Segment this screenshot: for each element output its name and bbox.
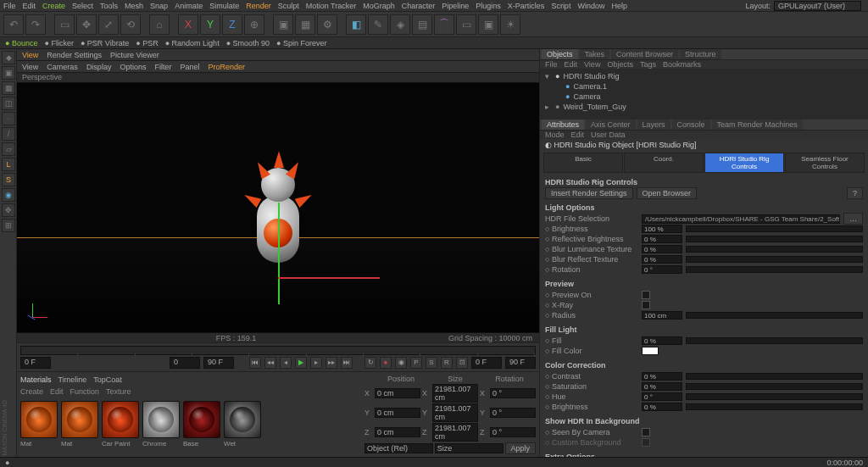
script-smooth90[interactable]: ● Smooth 90 [226, 39, 270, 47]
recent-icon[interactable]: ⌂ [149, 14, 170, 35]
prev-frame-icon[interactable]: ◂ [280, 357, 292, 369]
tab-objects[interactable]: Objects [542, 49, 578, 59]
time-cur[interactable]: 0 [170, 357, 200, 369]
mat-edit[interactable]: Edit [50, 387, 64, 396]
model-mode-icon[interactable]: ◆ [2, 51, 15, 64]
script-psrvibrate[interactable]: ● PSR Vibrate [81, 39, 129, 47]
coord-rot[interactable]: 0 ° [490, 427, 536, 437]
loop-icon[interactable]: ↻ [364, 357, 376, 369]
prop-value[interactable]: 0 % [642, 372, 682, 381]
snap-icon[interactable]: S [2, 173, 15, 186]
vm-prorender[interactable]: ProRender [208, 63, 245, 71]
coord-icon[interactable]: ⊕ [244, 14, 264, 35]
subtab-seamlessfloor[interactable]: Seamless Floor Controls [785, 153, 865, 173]
tab-contentbrowser[interactable]: Content Browser [611, 49, 678, 59]
subtab-basic[interactable]: Basic [543, 153, 623, 173]
coord-rot[interactable]: 0 ° [490, 388, 536, 398]
vm-panel[interactable]: Panel [180, 63, 199, 71]
tab-teamrender[interactable]: Team Render Machines [712, 120, 803, 130]
tab-structure[interactable]: Structure [680, 49, 721, 59]
scale-icon[interactable]: ⤢ [98, 14, 119, 35]
menu-create[interactable]: Create [42, 2, 65, 10]
object-row[interactable]: ●Camera.1 [545, 81, 863, 92]
select-icon[interactable]: ▭ [54, 14, 75, 35]
coord-mode1[interactable]: Object (Rel) [364, 443, 433, 453]
prop-slider[interactable] [686, 403, 863, 410]
material-preview[interactable] [142, 401, 180, 438]
material-preview[interactable] [183, 401, 220, 438]
prop-value[interactable]: 0 % [642, 403, 682, 411]
key-scale-icon[interactable]: S [426, 357, 437, 369]
menu-animate[interactable]: Animate [175, 2, 203, 10]
prop-value[interactable]: 0 ° [642, 392, 682, 401]
material-preview[interactable] [224, 401, 261, 438]
goto-start-icon[interactable]: ⏮ [249, 357, 261, 369]
coord-rot[interactable]: 0 ° [490, 408, 536, 418]
key-param-icon[interactable]: ⊡ [456, 357, 468, 369]
undo-icon[interactable]: ↶ [3, 14, 24, 35]
tab-timeline[interactable]: Timeline [58, 375, 87, 384]
axis-x-icon[interactable]: X [178, 14, 198, 35]
prop-value[interactable]: 100 cm [642, 311, 682, 320]
point-mode-icon[interactable]: · [2, 112, 15, 125]
pen-icon[interactable]: ✎ [368, 14, 388, 35]
texture-mode-icon[interactable]: ▦ [2, 81, 15, 95]
tab-layers[interactable]: Layers [637, 120, 670, 130]
floor-icon[interactable]: ▭ [456, 14, 476, 35]
material-preview[interactable] [61, 401, 98, 438]
extrude-icon[interactable]: ▤ [412, 14, 432, 35]
object-tree[interactable]: ▾●HDRI Studio Rig●Camera.1●Camera▸●Weird… [540, 69, 868, 120]
prop-checkbox[interactable] [642, 301, 650, 309]
coord-size[interactable]: 21981.007 cm [432, 403, 478, 422]
path-browse-icon[interactable]: … [843, 213, 863, 225]
script-bounce[interactable]: ● Bounce [5, 39, 37, 47]
tab-materials[interactable]: Materials [20, 375, 52, 384]
move-icon[interactable]: ✥ [76, 14, 97, 35]
menu-snap[interactable]: Snap [150, 2, 168, 10]
prop-slider[interactable] [686, 383, 863, 390]
open-browser-button[interactable]: Open Browser [637, 187, 698, 199]
light-icon[interactable]: ☀ [500, 14, 520, 35]
subdiv-icon[interactable]: ◈ [390, 14, 410, 35]
rec-icon[interactable]: ● [380, 357, 392, 369]
object-row[interactable]: ▸●Weird_Totem_Guy [545, 102, 863, 112]
time-max[interactable]: 90 F [505, 357, 536, 369]
edge-mode-icon[interactable]: / [2, 127, 15, 141]
key-rot-icon[interactable]: R [441, 357, 453, 369]
menu-plugins[interactable]: Plugins [476, 2, 501, 10]
viewport-icon[interactable]: ⊞ [2, 219, 15, 232]
coord-pos[interactable]: 0 cm [375, 427, 420, 437]
prop-checkbox[interactable] [642, 438, 650, 447]
prop-checkbox[interactable] [642, 291, 650, 299]
prop-value[interactable]: 0 % [642, 245, 682, 253]
prop-slider[interactable] [686, 225, 863, 232]
tab-takes[interactable]: Takes [580, 49, 610, 59]
prop-slider[interactable] [686, 256, 863, 263]
menu-render[interactable]: Render [246, 2, 271, 10]
script-psr[interactable]: ● PSR [136, 39, 158, 47]
prev-key-icon[interactable]: ◂◂ [264, 357, 276, 369]
tab-rendersettings[interactable]: Render Settings [47, 51, 102, 59]
menu-select[interactable]: Select [72, 2, 93, 10]
coord-apply-button[interactable]: Apply [505, 442, 537, 454]
prop-slider[interactable] [686, 236, 863, 242]
prop-value[interactable]: 0 ° [642, 265, 682, 274]
menu-pipeline[interactable]: Pipeline [442, 2, 469, 10]
prop-checkbox[interactable] [642, 428, 650, 436]
menu-xparticles[interactable]: X-Particles [508, 2, 545, 10]
rotate-icon[interactable]: ⟲ [120, 14, 141, 35]
workplane-icon[interactable]: ◫ [2, 97, 15, 110]
redo-icon[interactable]: ↷ [25, 14, 46, 35]
tab-topcoat[interactable]: TopCoat [93, 375, 122, 384]
cube-icon[interactable]: ◧ [346, 14, 366, 35]
prop-value[interactable]: 0 % [642, 235, 682, 243]
menu-motiontracker[interactable]: Motion Tracker [306, 2, 357, 10]
subtab-hdricontrols[interactable]: HDRI Studio Rig Controls [704, 153, 784, 173]
goto-end-icon[interactable]: ⏭ [341, 357, 353, 369]
tab-axiscenter[interactable]: Axis Center [586, 120, 636, 130]
render-settings-icon[interactable]: ⚙ [317, 14, 337, 35]
prop-value[interactable]: 0 % [642, 336, 682, 345]
tweak-icon[interactable]: ✥ [2, 203, 15, 217]
next-key-icon[interactable]: ▸▸ [326, 357, 337, 369]
coord-size[interactable]: 21981.007 cm [432, 423, 478, 442]
